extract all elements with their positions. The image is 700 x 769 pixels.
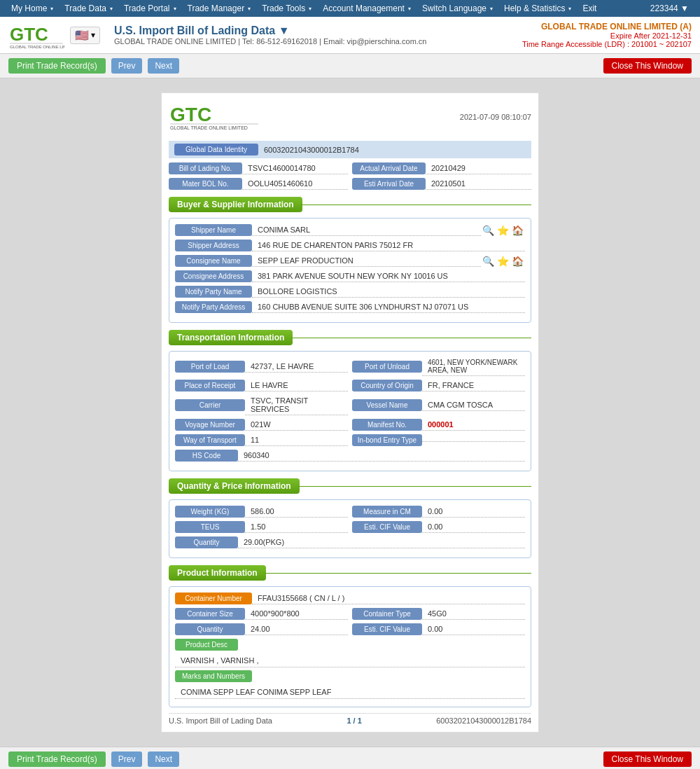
container-number-value: FFAU3155668 ( CN / L / ) (252, 593, 525, 604)
manifest-no-label: Manifest No. (352, 419, 422, 431)
next-button-top[interactable]: Next (148, 58, 179, 74)
transport-inbond-row: Way of Transport 11 In-bond Entry Type (175, 434, 525, 446)
card-header: GTC GLOBAL TRADE ONLINE LIMITED 2021-07-… (169, 100, 531, 134)
product-title: Product Information (169, 565, 266, 581)
top-action-bar: Print Trade Record(s) Prev Next Close Th… (0, 54, 700, 78)
shipper-name-value: CONIMA SARL (252, 224, 481, 236)
star-icon-2[interactable]: ⭐ (496, 256, 510, 267)
notify-party-address-row: Notify Party Address 160 CHUBB AVENUE SU… (175, 301, 525, 313)
place-of-receipt-value: LE HAVRE (245, 380, 348, 392)
content-card: GTC GLOBAL TRADE ONLINE LIMITED 2021-07-… (161, 92, 539, 733)
manifest-no-value: 000001 (422, 419, 525, 431)
product-desc-value: VARNISH , VARNISH , (175, 654, 525, 667)
esti-arrival-label: Esti Arrival Date (352, 178, 426, 190)
nav-trade-manager[interactable]: Trade Manager ▾ (182, 4, 257, 13)
quantity-label-qp: Quantity (175, 536, 238, 548)
nav-trade-tools[interactable]: Trade Tools ▾ (256, 4, 317, 13)
product-quantity-value: 24.00 (245, 623, 348, 635)
bol-label: Bill of Lading No. (169, 162, 242, 174)
port-of-load-label: Port of Load (175, 361, 245, 373)
buyer-supplier-box: Shipper Name CONIMA SARL 🔍 ⭐ 🏠 Shipper A… (169, 218, 531, 323)
container-type-label: Container Type (352, 608, 422, 620)
svg-text:GLOBAL TRADE ONLINE LIMITED: GLOBAL TRADE ONLINE LIMITED (170, 125, 248, 130)
quantity-value-qp: 29.00(PKG) (238, 536, 525, 548)
teus-cif-row: TEUS 1.50 Esti. CIF Value 0.00 (175, 521, 525, 533)
card-footer-right: 60032021043000012B1784 (436, 716, 531, 725)
product-desc-label: Product Desc (175, 639, 238, 651)
place-of-receipt-label: Place of Receipt (175, 380, 245, 392)
consignee-address-row: Consignee Address 381 PARK AVENUE SOUTH … (175, 270, 525, 282)
global-id-label: Global Data Identity (174, 144, 258, 155)
prev-button-bottom[interactable]: Prev (111, 751, 143, 767)
close-button-bottom[interactable]: Close This Window (603, 751, 692, 767)
bol-row: Bill of Lading No. TSVC14600014780 Actua… (169, 162, 531, 174)
carrier-vessel-row: Carrier TSVC, TRANSIT SERVICES Vessel Na… (175, 395, 525, 415)
marks-value: CONIMA SEPP LEAF CONIMA SEPP LEAF (175, 686, 525, 699)
weight-measure-row: Weight (KG) 586.00 Measure in CM 0.00 (175, 506, 525, 518)
shipper-name-row: Shipper Name CONIMA SARL 🔍 ⭐ 🏠 (175, 224, 525, 236)
star-icon[interactable]: ⭐ (496, 225, 510, 236)
next-button-bottom[interactable]: Next (148, 751, 179, 767)
receipt-origin-row: Place of Receipt LE HAVRE Country of Ori… (175, 380, 525, 392)
shipper-address-value: 146 RUE DE CHARENTON PARIS 75012 FR (252, 240, 525, 251)
quantity-price-title: Quantity & Price Information (169, 478, 300, 494)
card-footer: U.S. Import Bill of Lading Data 1 / 1 60… (169, 713, 531, 725)
quantity-row-qp: Quantity 29.00(PKG) (175, 536, 525, 548)
master-bol-label: Mater BOL No. (169, 178, 242, 190)
way-of-transport-value: 11 (245, 434, 348, 446)
bottom-action-bar: Print Trade Record(s) Prev Next Close Th… (0, 747, 700, 769)
hs-code-value: 960340 (238, 450, 525, 462)
way-of-transport-label: Way of Transport (175, 434, 245, 446)
port-of-unload-value: 4601, NEW YORK/NEWARK AREA, NEW (422, 357, 525, 376)
nav-my-home[interactable]: My Home ▾ (6, 4, 59, 13)
container-size-value: 4000*900*800 (245, 608, 348, 620)
flag-selector[interactable]: 🇺🇸 ▾ (70, 27, 100, 44)
bol-value: TSVC14600014780 (242, 162, 348, 174)
transportation-section-header: Transportation Information (169, 330, 531, 345)
master-bol-value: OOLU4051460610 (242, 178, 348, 190)
print-button-bottom[interactable]: Print Trade Record(s) (8, 751, 106, 767)
container-size-label: Container Size (175, 608, 245, 620)
vessel-name-value: CMA CGM TOSCA (422, 399, 525, 411)
consignee-name-row: Consignee Name SEPP LEAF PRODUCTION 🔍 ⭐ … (175, 255, 525, 267)
teus-value: 1.50 (245, 521, 348, 533)
home-icon[interactable]: 🏠 (510, 225, 525, 236)
nav-trade-portal[interactable]: Trade Portal ▾ (118, 4, 182, 13)
svg-text:GTC: GTC (170, 104, 211, 125)
notify-party-address-label: Notify Party Address (175, 301, 252, 313)
prev-button-top[interactable]: Prev (111, 58, 143, 74)
container-type-value: 45G0 (422, 608, 525, 620)
weight-label: Weight (KG) (175, 506, 245, 518)
nav-switch-language[interactable]: Switch Language ▾ (416, 4, 498, 13)
buyer-supplier-section-header: Buyer & Supplier Information (169, 197, 531, 212)
time-range: Time Range Accessible (LDR) : 201001 ~ 2… (522, 40, 692, 48)
svg-text:GTC: GTC (10, 24, 48, 45)
container-number-label: Container Number (175, 593, 252, 604)
nav-trade-data[interactable]: Trade Data ▾ (59, 4, 118, 13)
nav-help-statistics[interactable]: Help & Statistics ▾ (498, 4, 577, 13)
account-name: GLOBAL TRADE ONLINE LIMITED (A) (522, 22, 692, 32)
expire-date: Expire After 2021-12-31 (522, 32, 692, 40)
home-icon-2[interactable]: 🏠 (510, 256, 525, 267)
carrier-value: TSVC, TRANSIT SERVICES (245, 395, 348, 415)
port-load-unload-row: Port of Load 42737, LE HAVRE Port of Unl… (175, 357, 525, 376)
nav-exit[interactable]: Exit (577, 4, 602, 13)
print-button-top[interactable]: Print Trade Record(s) (8, 58, 106, 74)
weight-value: 586.00 (245, 506, 348, 518)
shipper-name-label: Shipper Name (175, 224, 252, 236)
search-icon[interactable]: 🔍 (481, 225, 496, 236)
measure-value: 0.00 (422, 506, 525, 518)
vessel-name-label: Vessel Name (352, 399, 422, 411)
marks-label: Marks and Numbers (175, 670, 252, 682)
esti-cif-value-qp: 0.00 (422, 521, 525, 533)
search-icon-2[interactable]: 🔍 (481, 256, 496, 267)
nav-account-management[interactable]: Account Management ▾ (317, 4, 416, 13)
page-title: U.S. Import Bill of Lading Data ▼ (114, 25, 426, 37)
consignee-address-value: 381 PARK AVENUE SOUTH NEW YORK NY 10016 … (252, 270, 525, 282)
card-footer-left: U.S. Import Bill of Lading Data (169, 716, 272, 725)
actual-arrival-label: Actual Arrival Date (352, 162, 426, 174)
product-section-header: Product Information (169, 565, 531, 581)
logo-area: GTC GLOBAL TRADE ONLINE LIMITED 🇺🇸 ▾ (8, 21, 100, 49)
marks-label-row: Marks and Numbers (175, 670, 525, 682)
close-button-top[interactable]: Close This Window (603, 58, 692, 74)
